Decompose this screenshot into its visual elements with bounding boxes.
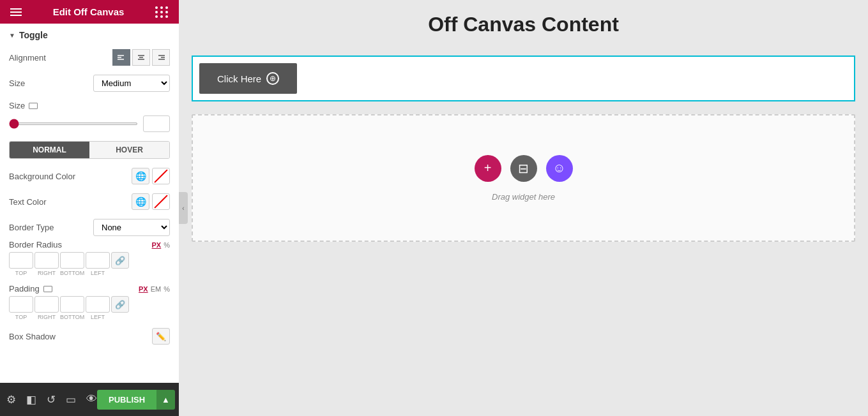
- layers-icon[interactable]: ◧: [26, 393, 36, 406]
- border-type-row: Border Type None Solid Dashed Dotted: [9, 219, 170, 236]
- align-center-button[interactable]: [132, 49, 150, 66]
- panel-header: Edit Off Canvas: [0, 0, 179, 24]
- right-area: ‹ Off Canvas Content Click Here ⊕ + ⊟ ☺ …: [179, 0, 868, 416]
- border-radius-left-label: LEFT: [86, 270, 110, 276]
- padding-label: Padding: [9, 284, 40, 293]
- bottom-icons-group: ⚙ ◧ ↺ ▭ 👁: [6, 393, 97, 406]
- settings-icon[interactable]: ⚙: [6, 393, 16, 406]
- background-color-label: Background Color: [9, 172, 75, 181]
- border-radius-header: Border Radius PX %: [9, 240, 170, 249]
- border-type-label: Border Type: [9, 223, 54, 232]
- size-slider-label: Size: [9, 101, 25, 110]
- padding-right-input[interactable]: [34, 296, 59, 313]
- click-here-label: Click Here: [217, 73, 261, 84]
- right-content: Off Canvas Content Click Here ⊕ + ⊟ ☺ Dr…: [179, 0, 868, 416]
- padding-inputs: 🔗: [9, 296, 170, 313]
- size-dropdown-row: Size Medium Small Large: [9, 75, 170, 92]
- padding-px-unit[interactable]: PX: [139, 285, 148, 293]
- padding-label-group: Padding: [9, 284, 52, 293]
- padding-right-label: RIGHT: [34, 314, 59, 320]
- text-color-clear-button[interactable]: [152, 193, 170, 210]
- history-icon[interactable]: ↺: [47, 393, 56, 406]
- border-radius-top-label: TOP: [9, 270, 33, 276]
- padding-top-input[interactable]: [9, 296, 33, 313]
- size-slider-label-group: Size: [9, 101, 38, 110]
- bottom-bar: ⚙ ◧ ↺ ▭ 👁 PUBLISH ▲: [0, 383, 179, 416]
- drag-widget-area: + ⊟ ☺ Drag widget here: [192, 114, 855, 242]
- padding-link-button[interactable]: 🔗: [111, 296, 129, 313]
- folder-widget-button[interactable]: ⊟: [510, 155, 537, 182]
- drag-icons-row: + ⊟ ☺: [475, 155, 573, 182]
- size-slider-row: Size: [9, 101, 170, 110]
- padding-bottom-label: BOTTOM: [60, 314, 84, 320]
- toggle-arrow-icon: ▼: [9, 32, 15, 39]
- drag-text: Drag widget here: [492, 192, 555, 202]
- panel-title: Edit Off Canvas: [53, 6, 125, 17]
- off-canvas-title: Off Canvas Content: [428, 13, 619, 36]
- padding-left-label: LEFT: [86, 314, 110, 320]
- background-color-globe-button[interactable]: 🌐: [132, 168, 149, 184]
- publish-button[interactable]: PUBLISH: [97, 390, 156, 410]
- panel-content: ▼ Toggle Alignment Size Medium: [0, 24, 179, 383]
- align-left-button[interactable]: [112, 49, 130, 66]
- alignment-group: [112, 49, 170, 66]
- border-radius-units: PX %: [152, 241, 170, 249]
- size-slider-value[interactable]: [143, 115, 170, 132]
- padding-left-input[interactable]: [86, 296, 110, 313]
- monitor-icon: [29, 103, 38, 109]
- text-color-globe-button[interactable]: 🌐: [132, 193, 149, 210]
- border-radius-bottom-input[interactable]: [60, 252, 84, 269]
- border-radius-inputs: 🔗: [9, 252, 170, 269]
- background-color-controls: 🌐: [132, 168, 170, 184]
- padding-units: PX EM %: [139, 285, 170, 293]
- publish-group: PUBLISH ▲: [97, 390, 175, 410]
- padding-em-unit[interactable]: EM: [151, 285, 162, 293]
- toggle-section[interactable]: ▼ Toggle: [9, 30, 170, 40]
- alignment-row: Alignment: [9, 49, 170, 66]
- box-shadow-row: Box Shadow ✏️: [9, 328, 170, 345]
- border-radius-top-input[interactable]: [9, 252, 33, 269]
- border-type-dropdown[interactable]: None Solid Dashed Dotted: [93, 219, 170, 236]
- box-shadow-edit-button[interactable]: ✏️: [152, 328, 170, 345]
- border-radius-px-unit[interactable]: PX: [152, 241, 162, 249]
- text-color-controls: 🌐: [132, 193, 170, 210]
- collapse-handle[interactable]: ‹: [179, 192, 188, 224]
- border-radius-percent-unit[interactable]: %: [164, 241, 170, 249]
- tab-hover[interactable]: HOVER: [89, 142, 169, 158]
- border-radius-bottom-label: BOTTOM: [60, 270, 84, 276]
- device-icon[interactable]: ▭: [66, 393, 76, 406]
- click-here-section: Click Here ⊕: [192, 56, 855, 101]
- text-color-label: Text Color: [9, 197, 47, 207]
- border-radius-labels: TOP RIGHT BOTTOM LEFT: [9, 270, 170, 276]
- box-shadow-label: Box Shadow: [9, 332, 56, 341]
- padding-header: Padding PX EM %: [9, 284, 170, 293]
- face-widget-button[interactable]: ☺: [546, 155, 573, 182]
- border-radius-label: Border Radius: [9, 240, 62, 249]
- add-widget-button[interactable]: +: [475, 155, 501, 182]
- border-radius-left-input[interactable]: [86, 252, 110, 269]
- border-radius-right-label: RIGHT: [34, 270, 59, 276]
- padding-monitor-icon: [43, 286, 52, 292]
- left-panel: Edit Off Canvas ▼ Toggle Alignment: [0, 0, 179, 416]
- padding-bottom-input[interactable]: [60, 296, 84, 313]
- text-color-row: Text Color 🌐: [9, 193, 170, 210]
- size-dropdown[interactable]: Medium Small Large: [93, 75, 170, 92]
- dots-grid-icon[interactable]: [155, 6, 169, 18]
- padding-top-label: TOP: [9, 314, 33, 320]
- circle-plus-icon: ⊕: [266, 72, 279, 85]
- click-here-button[interactable]: Click Here ⊕: [199, 63, 297, 94]
- publish-arrow-button[interactable]: ▲: [156, 390, 175, 410]
- eye-icon[interactable]: 👁: [86, 393, 97, 406]
- normal-hover-tabs: NORMAL HOVER: [9, 141, 170, 159]
- hamburger-icon[interactable]: [10, 8, 22, 16]
- background-color-row: Background Color 🌐: [9, 168, 170, 184]
- background-color-clear-button[interactable]: [152, 168, 170, 184]
- size-slider-input[interactable]: [9, 123, 138, 125]
- border-radius-link-button[interactable]: 🔗: [111, 252, 129, 269]
- align-right-button[interactable]: [152, 49, 170, 66]
- tab-normal[interactable]: NORMAL: [10, 142, 89, 158]
- padding-percent-unit[interactable]: %: [164, 285, 170, 293]
- slider-group: [9, 115, 170, 132]
- click-here-section-inner: Click Here ⊕: [193, 57, 303, 100]
- border-radius-right-input[interactable]: [34, 252, 59, 269]
